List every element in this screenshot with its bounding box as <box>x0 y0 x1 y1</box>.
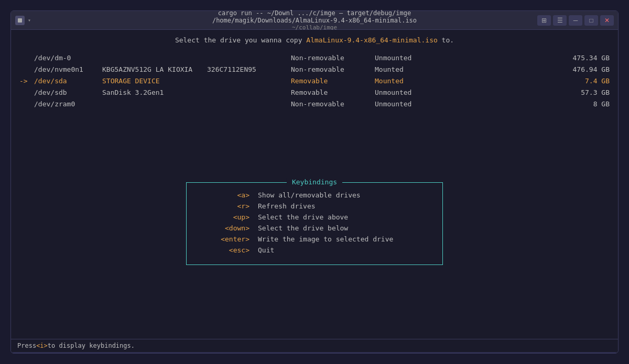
header-line: Select the drive you wanna copy AlmaLinu… <box>19 36 610 44</box>
removable-zram: Non-removable <box>291 100 375 108</box>
status-suffix: to display keybindings. <box>48 342 135 349</box>
mounted-nvme: Mounted <box>375 65 443 73</box>
key-enter: <enter> <box>208 235 250 243</box>
status-bar: Press <i> to display keybindings. <box>11 339 618 351</box>
grid-button[interactable]: ⊞ <box>537 15 551 26</box>
serial-nvme: 326C7112EN95 <box>207 65 291 73</box>
size-sda: 7.4 GB <box>443 77 610 85</box>
separator-line <box>11 352 618 353</box>
desc-up: Select the drive above <box>258 213 348 221</box>
desc-esc: Quit <box>258 246 274 254</box>
drive-row-sdb: /dev/sdb SanDisk 3.2Gen1 Removable Unmou… <box>19 87 610 97</box>
chevron-icon: ▾ <box>28 17 31 23</box>
key-a: <a> <box>208 191 250 199</box>
removable-nvme: Non-removable <box>291 65 375 73</box>
avatar-icon <box>15 16 25 25</box>
key-down: <down> <box>208 224 250 232</box>
key-esc: <esc> <box>208 246 250 254</box>
minimize-button[interactable]: ─ <box>569 15 582 26</box>
dev-sda: /dev/sda <box>34 77 102 85</box>
desc-a: Show all/removable drives <box>258 191 361 199</box>
model-sdb: SanDisk 3.2Gen1 <box>102 89 207 96</box>
window-title: cargo run -- ~/Downl .../c/imge — target… <box>157 10 472 24</box>
dev-zram: /dev/zram0 <box>34 100 102 108</box>
mounted-dm0: Unmounted <box>375 54 443 62</box>
menu-button[interactable]: ☰ <box>553 15 567 26</box>
keybinding-up: <up> Select the drive above <box>208 213 421 221</box>
model-nvme: KBG5AZNV512G LA KIOXIA <box>102 65 207 73</box>
size-sdb: 57.3 GB <box>443 89 610 96</box>
keybinding-down: <down> Select the drive below <box>208 224 421 232</box>
iso-filename: AlmaLinux-9.4-x86_64-minimal.iso <box>306 36 437 44</box>
keybindings-container: Keybindings <a> Show all/removable drive… <box>19 114 610 333</box>
mounted-zram: Unmounted <box>375 100 443 108</box>
desc-enter: Write the image to selected drive <box>258 235 393 243</box>
header-suffix: to. <box>438 36 454 44</box>
size-zram: 8 GB <box>443 100 610 108</box>
status-prefix: Press <box>17 342 36 349</box>
mounted-sda: Mounted <box>375 77 443 85</box>
drive-row-nvme: /dev/nvme0n1 KBG5AZNV512G LA KIOXIA 326C… <box>19 64 610 74</box>
model-sda: STORAGE DEVICE <box>102 77 207 85</box>
drive-row-sda[interactable]: -> /dev/sda STORAGE DEVICE Removable Mou… <box>19 75 610 86</box>
titlebar: ▾ cargo run -- ~/Downl .../c/imge — targ… <box>11 11 618 30</box>
status-key: <i> <box>36 342 48 349</box>
keybinding-a: <a> Show all/removable drives <box>208 191 421 199</box>
header-prefix: Select the drive you wanna copy <box>175 36 306 44</box>
drives-table: /dev/dm-0 Non-removable Unmounted 475.34… <box>19 52 610 110</box>
svg-rect-0 <box>18 18 22 23</box>
keybinding-esc: <esc> Quit <box>208 246 421 254</box>
keybindings-box: Keybindings <a> Show all/removable drive… <box>186 182 443 265</box>
drive-row-dm0: /dev/dm-0 Non-removable Unmounted 475.34… <box>19 52 610 63</box>
dev-sdb: /dev/sdb <box>34 89 102 96</box>
arrow-sda: -> <box>19 77 34 85</box>
maximize-button[interactable]: □ <box>584 15 598 26</box>
titlebar-center: cargo run -- ~/Downl .../c/imge — target… <box>157 10 472 31</box>
desc-r: Refresh drives <box>258 202 316 210</box>
key-up: <up> <box>208 213 250 221</box>
terminal-window: ▾ cargo run -- ~/Downl .../c/imge — targ… <box>10 10 619 354</box>
keybinding-r: <r> Refresh drives <box>208 202 421 210</box>
drive-row-zram: /dev/zram0 Non-removable Unmounted 8 GB <box>19 98 610 109</box>
mounted-sdb: Unmounted <box>375 89 443 96</box>
keybinding-enter: <enter> Write the image to selected driv… <box>208 235 421 243</box>
window-controls: ⊞ ☰ ─ □ ✕ <box>537 15 614 26</box>
removable-dm0: Non-removable <box>291 54 375 62</box>
size-dm0: 475.34 GB <box>443 54 610 62</box>
removable-sdb: Removable <box>291 89 375 96</box>
titlebar-left: ▾ <box>15 16 31 25</box>
keybindings-title: Keybindings <box>287 178 342 186</box>
close-button[interactable]: ✕ <box>600 15 614 26</box>
terminal-body: Select the drive you wanna copy AlmaLinu… <box>11 30 618 339</box>
desc-down: Select the drive below <box>258 224 348 232</box>
key-r: <r> <box>208 202 250 210</box>
removable-sda: Removable <box>291 77 375 85</box>
dev-dm0: /dev/dm-0 <box>34 54 102 62</box>
dev-nvme: /dev/nvme0n1 <box>34 65 102 73</box>
size-nvme: 476.94 GB <box>443 65 610 73</box>
